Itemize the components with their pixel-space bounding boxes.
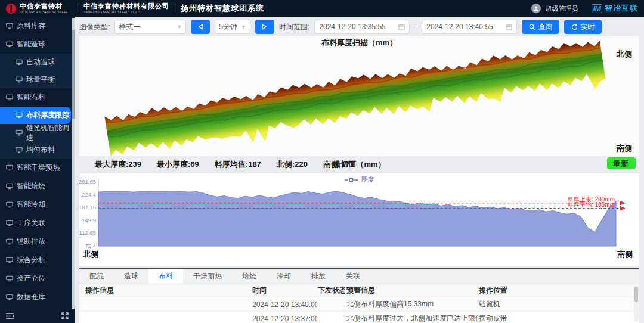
tab-造球[interactable]: 造球 [114,269,148,284]
sidebar-item-label: 智能造球 [17,39,45,49]
sidebar-item-label: 智能干燥预热 [17,163,60,173]
monitor-icon [6,164,13,171]
scan-south-label: 南侧 [617,143,632,154]
time-to-input[interactable]: 2024-12-20 13:40:55 [422,20,517,34]
stat-item-4: 南侧:171 [323,159,354,170]
table-cell: 链篦机 [478,299,634,309]
sidebar-scrollbar[interactable] [72,18,75,309]
table-cell: 2024-12-20 13:37:00 [251,315,317,323]
chevron-down-icon: ▼ [241,24,246,30]
monitor-icon [16,129,23,136]
sidebar-item-9[interactable]: 智能焙烧 [0,177,72,195]
sidebar-item-4[interactable]: 智能布料 [0,88,72,107]
stat-item-1: 最小厚度:69 [157,159,199,170]
sidebar-item-12[interactable]: 辅助排放 [0,232,72,251]
sidebar-item-14[interactable]: 换产仓位 [0,269,72,288]
cross-section-chart[interactable]: 261.65224.4187.15149.9112.6575.4料厚上限: 20… [79,173,639,266]
chart-south-label: 南侧 [617,250,633,259]
stat-item-0: 最大厚度:239 [95,159,141,170]
sidebar-footer [0,309,75,323]
monitor-icon [6,220,13,226]
sidebar-item-label: 原料库存 [17,21,45,31]
monitor-icon [6,275,13,282]
monitor-icon [6,23,13,29]
monitor-icon [6,41,13,48]
toolbar: 图像类型: 样式一 ▼ 5分钟 ▼ 时间范围: 2024-12-20 13:35… [79,19,639,35]
monitor-icon [6,183,13,190]
table-scrollbar[interactable] [634,285,639,322]
y-tick-label: 112.65 [79,229,96,236]
table-header-cell: 时间 [251,285,317,296]
sidebar-item-0[interactable]: 原料库存 [0,17,72,35]
monitor-icon [16,112,23,119]
reference-line-arrow-icon [620,201,626,206]
table-cell: 2024-12-20 13:40:00 [251,300,317,309]
sidebar-item-3[interactable]: 球量平衡 [0,71,72,88]
fullscreen-icon[interactable] [61,312,69,319]
tab-干燥预热[interactable]: 干燥预热 [183,269,232,284]
person-icon [533,5,539,11]
table-header-cell: 下发状态 [317,285,345,296]
surface-3d-plot[interactable] [79,36,639,156]
tab-布料[interactable]: 布料 [148,269,183,284]
tab-排放[interactable]: 排放 [301,269,336,284]
user-name[interactable]: 超级管理员 [546,4,578,13]
realtime-button[interactable]: 实时 [564,20,602,34]
cross-section-panel: 厚度 261.65224.4187.15149.9112.6575.4料厚上限:… [79,173,639,266]
calendar-icon [506,24,512,30]
monitor-icon [16,147,23,153]
stat-item-2: 料厚均值:187 [215,159,261,170]
interval-select[interactable]: 5分钟 ▼ [215,20,250,34]
reference-line-arrow-icon [620,206,626,210]
time-from-value: 2024-12-20 13:35:55 [319,23,385,31]
latest-button[interactable]: 最新 [607,157,636,169]
arrow-right-icon [262,24,267,30]
tab-配混[interactable]: 配混 [79,269,114,284]
monitor-icon [16,76,23,83]
sidebar-item-label: 智能布料 [17,92,45,103]
sidebar-menu: 原料库存智能造球自动造球球量平衡智能布料布料厚度跟踪链篦机智能调速均匀布料智能干… [0,17,72,309]
tab-冷却[interactable]: 冷却 [267,269,301,284]
table-header-cell: 操作信息 [84,285,251,296]
table-scrollbar-thumb[interactable] [634,287,638,302]
stats-group: 最大厚度:239最小厚度:69料厚均值:187北侧:220南侧:171 [79,159,354,170]
sidebar-item-11[interactable]: 工序关联 [0,214,72,232]
brand-secondary-en: YANGZHOU SPECIAL STEEL CO.,LTD [83,10,162,14]
table-row[interactable]: 2024-12-20 13:40:00北侧布料厚度偏高15.33mm链篦机 [79,297,639,311]
sidebar-item-15[interactable]: 数据仓库 [0,288,72,306]
prev-interval-button[interactable] [191,20,210,34]
image-type-select[interactable]: 样式一 ▼ [114,20,186,34]
table-cell: 北侧布料厚度偏高15.33mm [345,299,478,309]
header-divider [175,4,175,13]
sidebar-item-6[interactable]: 链篦机智能调速 [0,124,72,141]
sidebar-item-10[interactable]: 智能冷却 [0,195,72,214]
time-from-input[interactable]: 2024-12-20 13:35:55 [314,20,410,34]
partner-logo-text: 智冶互联 [605,3,638,14]
collapse-menu-icon[interactable] [6,313,14,319]
thickness-area-series [98,191,616,247]
y-tick-label: 187.15 [79,204,96,210]
sidebar-scrollbar-thumb[interactable] [72,30,75,119]
tab-关联[interactable]: 关联 [336,269,370,284]
table-cell: 摆动皮带 [478,313,634,323]
sidebar-item-13[interactable]: 综合分析 [0,251,72,269]
table-cell: 北侧布料厚度过大，北侧加速度已达上限值，不再增速 [345,313,478,323]
sidebar-item-label: 智能冷却 [17,200,45,210]
sidebar-item-5[interactable]: 布料厚度跟踪 [0,107,71,124]
sidebar-item-label: 自动造球 [26,57,55,67]
y-tick-label: 224.4 [82,191,96,198]
query-button[interactable]: 查询 [522,20,559,34]
sidebar-item-label: 数据仓库 [17,292,45,302]
user-avatar[interactable] [531,4,541,13]
table-row[interactable]: 2024-12-20 13:37:00北侧布料厚度过大，北侧加速度已达上限值，不… [79,311,639,323]
sidebar-item-label: 球量平衡 [26,74,55,85]
realtime-button-label: 实时 [580,22,595,32]
sidebar-item-1[interactable]: 智能造球 [0,35,72,54]
sidebar-item-2[interactable]: 自动造球 [0,54,72,71]
chart-legend[interactable]: 厚度 [79,175,639,184]
next-interval-button[interactable] [255,20,274,34]
time-range-label: 时间范围: [279,22,309,32]
tab-焙烧[interactable]: 焙烧 [232,269,267,284]
sidebar-item-8[interactable]: 智能干燥预热 [0,159,72,177]
sidebar-item-7[interactable]: 均匀布料 [0,141,72,159]
